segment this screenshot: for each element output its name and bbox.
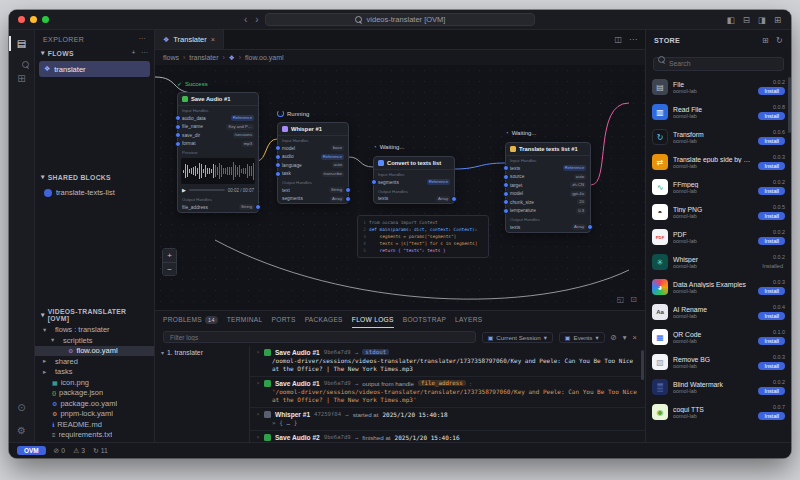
- handle-row[interactable]: segments Reference: [374, 178, 454, 187]
- store-item[interactable]: ∿ FFmpeg oomol-lab 0.0.2 Install: [652, 175, 785, 200]
- store-search-input[interactable]: [653, 57, 784, 71]
- store-item[interactable]: ✳ Whisper oomol-lab 0.0.2 Installed: [652, 250, 785, 275]
- log-entry[interactable]: Save Audio #2 9be6a7d9 finished at 2025/…: [250, 431, 645, 442]
- handle-row[interactable]: temperature 0.3: [506, 207, 590, 216]
- handle-row[interactable]: chunk_size 20: [506, 198, 590, 207]
- handle-row[interactable]: file_address String: [178, 203, 258, 212]
- tree-item[interactable]: ▦ icon.png: [35, 377, 154, 388]
- handle-row[interactable]: source auto: [506, 173, 590, 182]
- explorer-more-icon[interactable]: [139, 35, 146, 43]
- toggle-secondary-sidebar-icon[interactable]: [758, 15, 766, 25]
- play-icon[interactable]: [182, 187, 186, 193]
- store-refresh-icon[interactable]: [776, 36, 783, 45]
- logs-scrollbar[interactable]: [641, 350, 644, 380]
- tree-item[interactable]: flows : translater: [35, 325, 154, 336]
- toggle-primary-sidebar-icon[interactable]: [727, 15, 735, 25]
- install-button[interactable]: Install: [758, 237, 785, 245]
- events-select[interactable]: Events: [559, 332, 605, 343]
- store-item[interactable]: ◉ coqui TTS oomol-lab 0.0.7 Install: [652, 400, 785, 425]
- panel-tab[interactable]: TERMINAL: [227, 311, 263, 328]
- tab-translater[interactable]: Translater: [155, 30, 224, 49]
- flows-section-header[interactable]: FLOWS: [35, 46, 154, 60]
- install-button[interactable]: Install: [758, 287, 785, 295]
- panel-tab[interactable]: PROBLEMS 14: [163, 311, 218, 328]
- handle-row[interactable]: texts Array: [506, 223, 590, 232]
- tree-item[interactable]: ℹ README.md: [35, 419, 154, 430]
- install-button[interactable]: Install: [758, 87, 785, 95]
- seek-bar[interactable]: [189, 189, 225, 191]
- install-button[interactable]: Install: [758, 137, 785, 145]
- sidebar-item-translater[interactable]: translater: [39, 61, 150, 77]
- install-button[interactable]: Install: [758, 412, 785, 420]
- tree-item[interactable]: tasks: [35, 367, 154, 378]
- minimize-window-button[interactable]: [30, 16, 37, 23]
- project-section-header[interactable]: VIDEOS-TRANSLATER [OVM]: [35, 305, 154, 325]
- store-item[interactable]: ▦ QR Code oomol-lab 0.1.0 Install: [652, 325, 785, 350]
- handle-row[interactable]: audio Reference: [278, 153, 348, 162]
- collapse-panel-icon[interactable]: [623, 333, 627, 342]
- handle-row[interactable]: texts Array: [374, 195, 454, 204]
- breadcrumb-file[interactable]: flow.oo.yaml: [245, 54, 284, 61]
- panel-tab[interactable]: LAYERS: [455, 311, 482, 328]
- store-item[interactable]: ◓ Tiny PNG oomol-lab 0.0.5 Install: [652, 200, 785, 225]
- handle-row[interactable]: language auto: [278, 161, 348, 170]
- minimap-toggle-icon[interactable]: [617, 295, 625, 304]
- shared-blocks-header[interactable]: SHARED BLOCKS: [35, 170, 154, 184]
- expander-icon[interactable]: [256, 410, 260, 418]
- handle-row[interactable]: texts Reference: [506, 164, 590, 173]
- expander-icon[interactable]: [256, 433, 260, 441]
- panel-tab[interactable]: PACKAGES: [305, 311, 343, 328]
- zoom-in-button[interactable]: +: [163, 249, 176, 262]
- install-button[interactable]: Install: [758, 387, 785, 395]
- tree-item[interactable]: scriptlets: [35, 335, 154, 346]
- install-button[interactable]: Install: [758, 162, 785, 170]
- store-item[interactable]: ▥ Read File oomol-lab 0.0.8 Install: [652, 100, 785, 125]
- forward-icon[interactable]: [255, 14, 258, 25]
- install-button[interactable]: Install: [758, 312, 785, 320]
- log-entry[interactable]: Save Audio #1 9be6a7d9 stdout /oomol-dri…: [250, 346, 645, 377]
- install-button[interactable]: Install: [758, 187, 785, 195]
- store-grid-icon[interactable]: [762, 36, 769, 45]
- handle-row[interactable]: audio_data Reference: [178, 114, 258, 123]
- sidebar-item-translate-texts-list[interactable]: translate-texts-list: [39, 185, 150, 200]
- toggle-panel-icon[interactable]: [743, 15, 750, 25]
- store-scrollbar[interactable]: [788, 77, 791, 133]
- waveform[interactable]: [181, 158, 255, 184]
- store-item[interactable]: Aa AI Rename oomol-lab 0.0.4 Install: [652, 300, 785, 325]
- store-item[interactable]: ⇄ Translate epub side by side oomol-lab …: [652, 150, 785, 175]
- install-button[interactable]: Install: [758, 337, 785, 345]
- store-item[interactable]: ▧ Remove BG oomol-lab 0.0.3 Install: [652, 350, 785, 375]
- store-item[interactable]: ↻ Transform oomol-lab 0.0.6 Install: [652, 125, 785, 150]
- command-center[interactable]: videos-translater [OVM]: [265, 13, 535, 26]
- filter-logs-input[interactable]: [163, 331, 476, 343]
- node-translate-texts-list[interactable]: Translate texts list #1 Input Handles te…: [505, 142, 591, 233]
- settings-gear-icon[interactable]: [9, 425, 34, 436]
- handle-row[interactable]: file_name Key and P…: [178, 123, 258, 132]
- account-icon[interactable]: [9, 402, 34, 413]
- store-item[interactable]: PDF PDF oomol-lab 0.0.2 Install: [652, 225, 785, 250]
- handle-row[interactable]: target zh-CN: [506, 181, 590, 190]
- store-item[interactable]: ▒ Blind Watermark oomol-lab 0.0.2 Instal…: [652, 375, 785, 400]
- handle-row[interactable]: segments Array: [278, 195, 348, 204]
- customize-layout-icon[interactable]: [774, 15, 781, 25]
- tree-item[interactable]: {} package.json: [35, 388, 154, 399]
- remote-indicator[interactable]: OVM: [17, 446, 46, 455]
- fit-view-icon[interactable]: [630, 295, 637, 304]
- install-button[interactable]: Install: [758, 362, 785, 370]
- install-button[interactable]: Install: [758, 212, 785, 220]
- install-button[interactable]: Install: [758, 112, 785, 120]
- zoom-window-button[interactable]: [42, 16, 49, 23]
- store-item[interactable]: ◕ Data Analysis Examples oomol-lab 0.0.3…: [652, 275, 785, 300]
- tree-item[interactable]: ⚙ pnpm-lock.yaml: [35, 409, 154, 420]
- handle-row[interactable]: task transcribe: [278, 170, 348, 179]
- handle-row[interactable]: text String: [278, 186, 348, 195]
- warnings-status[interactable]: 3: [73, 447, 85, 455]
- clear-logs-icon[interactable]: [611, 333, 617, 342]
- install-button[interactable]: Installed: [760, 262, 785, 270]
- log-list[interactable]: Save Audio #1 9be6a7d9 stdout /oomol-dri…: [250, 346, 645, 442]
- back-icon[interactable]: [244, 14, 247, 25]
- breadcrumb-translater[interactable]: translater: [189, 54, 218, 61]
- panel-tab[interactable]: BOOTSTRAP: [403, 311, 446, 328]
- store-item[interactable]: ▤ File oomol-lab 0.0.2 Install: [652, 75, 785, 100]
- sync-status[interactable]: 11: [93, 447, 108, 455]
